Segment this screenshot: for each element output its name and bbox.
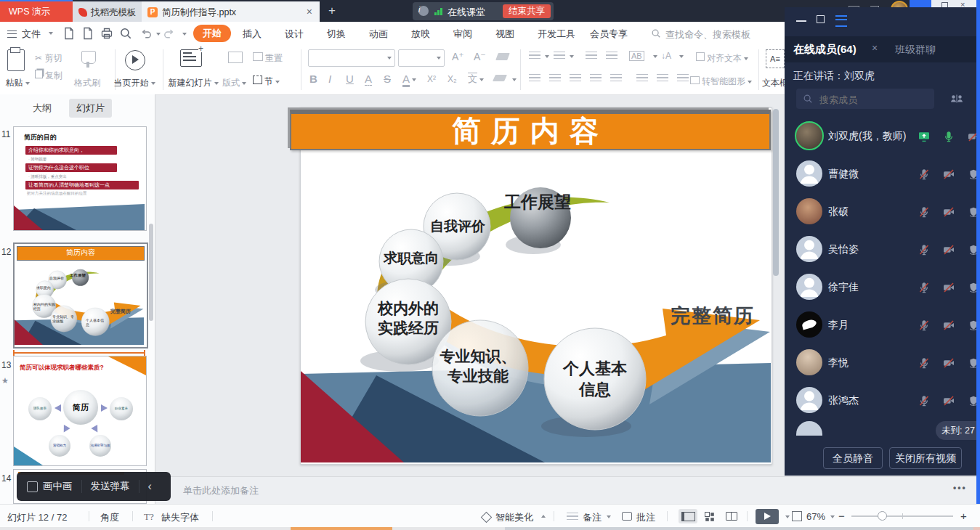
zoom-percent[interactable]: 67%	[806, 511, 825, 522]
new-slide-label[interactable]: 新建幻灯片	[166, 77, 221, 89]
mute-all-button[interactable]: 全员静音	[823, 447, 883, 469]
slide-title-banner[interactable]: 简历内容	[290, 110, 771, 150]
member-row[interactable]: 张硕	[785, 193, 976, 231]
tab-review[interactable]: 审阅	[453, 28, 472, 41]
tab-member-exclusive[interactable]: 会员专享	[590, 28, 628, 41]
play-from-page-icon[interactable]	[125, 50, 145, 70]
reward-badge-icon[interactable]	[968, 319, 976, 331]
reward-badge-icon[interactable]	[968, 244, 976, 256]
tab-view[interactable]: 视图	[495, 28, 514, 41]
slide-label-basic-info[interactable]: 个人基本信息	[545, 359, 645, 400]
tab-devtools[interactable]: 开发工具	[538, 28, 575, 41]
notes-more-icon[interactable]: •••	[953, 483, 967, 493]
reward-badge-icon[interactable]	[968, 395, 976, 407]
member-filter-icon[interactable]	[950, 93, 963, 105]
tab-document[interactable]: P简历制作指导.pptx ×	[142, 1, 320, 22]
slide-label-work-outlook[interactable]: 工作展望	[497, 192, 578, 213]
tab-online-members[interactable]: 在线成员(64)	[793, 43, 857, 57]
member-row-teacher[interactable]: 刘双虎(我，教师)	[785, 118, 976, 155]
tab-design[interactable]: 设计	[285, 28, 304, 41]
mic-muted-icon[interactable]	[918, 282, 930, 293]
member-row[interactable]: 曹健微	[785, 155, 976, 193]
tab-insert[interactable]: 插入	[243, 28, 262, 41]
new-slide-icon[interactable]: +	[180, 49, 202, 67]
smart-beautify-button[interactable]: 智能美化	[495, 511, 533, 524]
main-menu-icon[interactable]	[7, 30, 17, 38]
pip-checkbox[interactable]	[27, 481, 38, 492]
camera-off-icon[interactable]	[943, 168, 955, 180]
reward-badge-icon[interactable]	[968, 357, 976, 369]
zoom-chevron-icon[interactable]	[830, 515, 835, 518]
mic-muted-icon[interactable]	[918, 244, 930, 256]
panel-menu-icon[interactable]	[835, 15, 847, 27]
play-from-page-label[interactable]: 当页开始	[109, 77, 160, 89]
member-search-input[interactable]	[818, 91, 930, 107]
export-icon[interactable]	[81, 27, 94, 40]
send-danmaku-button[interactable]: 发送弹幕	[91, 480, 130, 493]
thumbnail-scrollbar[interactable]	[149, 224, 153, 321]
reward-badge-icon[interactable]	[968, 168, 976, 180]
view-sorter-button[interactable]	[700, 509, 719, 523]
slide-label-self-eval[interactable]: 自我评价	[424, 218, 491, 236]
mic-muted-icon[interactable]	[918, 395, 930, 407]
reward-badge-icon[interactable]	[968, 206, 976, 218]
tab-outline[interactable]: 大纲	[33, 102, 52, 115]
paste-label[interactable]: 粘贴	[1, 77, 33, 89]
font-size-combo[interactable]	[398, 49, 445, 67]
slide-label-knowledge[interactable]: 专业知识、专业技能	[429, 347, 527, 387]
missing-font-label[interactable]: 缺失字体	[161, 511, 199, 524]
mic-muted-icon[interactable]	[918, 206, 930, 218]
camera-off-icon[interactable]	[943, 282, 955, 293]
slide-12-thumbnail-selected[interactable]: 简历内容 自我评价 工作展望 求职意向 校内外的实践经历 专业知识、专业技能 个…	[13, 242, 148, 348]
view-reading-button[interactable]	[722, 509, 741, 523]
collapse-bar-icon[interactable]: ‹	[148, 481, 152, 492]
section-button[interactable]: 节	[253, 76, 280, 88]
camera-off-icon[interactable]	[943, 206, 955, 218]
mic-muted-icon[interactable]	[918, 357, 930, 369]
save-icon[interactable]	[62, 27, 76, 40]
textbox-icon[interactable]: A≡	[766, 49, 785, 68]
member-row[interactable]: 李悦	[785, 344, 976, 382]
end-share-button[interactable]: 结束共享	[503, 4, 551, 18]
play-slideshow-button[interactable]	[756, 509, 779, 524]
panel-maximize-icon[interactable]	[817, 15, 825, 23]
slide-label-complete-resume[interactable]: 完整简历	[665, 303, 760, 329]
toolbar-more-chevron-icon[interactable]	[182, 33, 187, 36]
close-all-videos-button[interactable]: 关闭所有视频	[889, 447, 962, 469]
member-search-box[interactable]	[796, 89, 934, 109]
screen-share-icon[interactable]	[918, 131, 930, 142]
member-row[interactable]: 徐宇佳	[785, 269, 976, 306]
tab-docer-templates[interactable]: 找稻壳模板	[73, 1, 142, 22]
print-icon[interactable]	[100, 27, 113, 40]
tab-wps-app[interactable]: WPS 演示	[0, 1, 73, 22]
new-tab-button[interactable]: +	[328, 1, 336, 20]
close-tab-icon[interactable]: ×	[307, 1, 312, 22]
camera-off-icon[interactable]	[968, 131, 976, 142]
member-row[interactable]: 李月	[785, 306, 976, 344]
camera-off-icon[interactable]	[943, 395, 955, 407]
command-search-input[interactable]: 查找命令、搜索模板	[665, 28, 750, 41]
info-icon[interactable]: i	[418, 6, 429, 16]
member-row[interactable]: 张鸿杰	[785, 382, 976, 420]
slide-label-practice[interactable]: 校内外的实践经历	[365, 299, 452, 339]
view-normal-button[interactable]	[679, 509, 697, 523]
slide-label-job-intent[interactable]: 求职意向	[378, 250, 445, 268]
camera-off-icon[interactable]	[943, 357, 955, 369]
tab-slides[interactable]: 幻灯片	[69, 99, 112, 118]
play-chevron-icon[interactable]	[785, 515, 790, 518]
redo-icon[interactable]	[163, 28, 174, 39]
close-members-tab-icon[interactable]: ×	[872, 42, 878, 54]
tab-transition[interactable]: 切换	[327, 28, 346, 41]
tab-animation[interactable]: 动画	[369, 28, 388, 41]
font-name-combo[interactable]	[308, 49, 395, 67]
editor-scrollbar[interactable]	[773, 109, 779, 276]
mic-muted-icon[interactable]	[918, 319, 930, 331]
member-row[interactable]: 吴怡姿	[785, 231, 976, 269]
comment-button[interactable]: 批注	[636, 511, 655, 524]
undo-chevron-icon[interactable]	[156, 33, 161, 36]
tab-home[interactable]: 开始	[193, 25, 231, 42]
notes-strip[interactable]: 单击此处添加备注 •••	[155, 476, 976, 504]
zoom-in-button[interactable]: +	[960, 510, 967, 522]
find-replace-icon[interactable]	[119, 27, 132, 40]
fit-window-icon[interactable]	[792, 511, 802, 521]
